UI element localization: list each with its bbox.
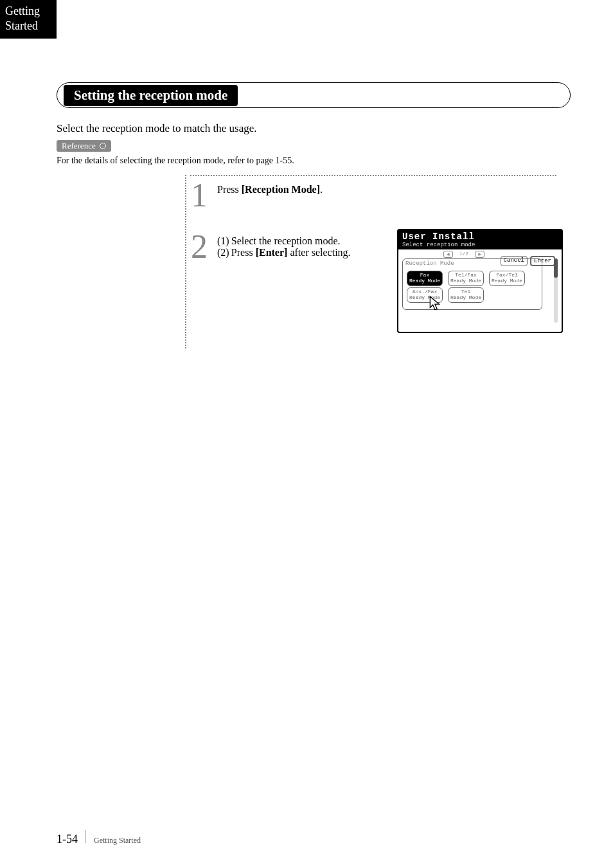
step-1: 1 Press [Reception Mode]. — [185, 179, 571, 212]
section-heading-pill: Setting the reception mode — [57, 82, 571, 108]
pager-text: 1/2 — [459, 251, 468, 258]
step-text: (1) Select the reception mode. (2) Press… — [217, 230, 351, 258]
option-fax-ready[interactable]: FaxReady Mode — [407, 271, 443, 286]
steps-area: 1 Press [Reception Mode]. 2 (1) Select t… — [185, 179, 571, 264]
device-screen: User Install Select reception mode ◄ 1/2… — [397, 229, 563, 333]
step-number: 1 — [185, 179, 213, 212]
step-2: 2 (1) Select the reception mode. (2) Pre… — [185, 230, 571, 264]
footer-chapter: Getting Started — [94, 836, 141, 845]
page-number: 1-54 — [57, 833, 78, 846]
reference-badge: Reference — [57, 140, 111, 152]
reference-badge-icon — [100, 143, 106, 149]
cursor-icon — [429, 295, 443, 312]
page-footer: 1-54 Getting Started — [57, 830, 141, 846]
option-faxtel-ready[interactable]: Fax/TelReady Mode — [489, 271, 525, 286]
screen-subtitle: Select reception mode — [402, 242, 558, 248]
footer-separator — [85, 830, 86, 843]
screen-title: User Install — [402, 231, 558, 242]
page-body: Setting the reception mode Select the re… — [57, 82, 571, 282]
chapter-tab-text: Getting Started — [5, 5, 40, 32]
chapter-tab: Getting Started — [0, 0, 57, 39]
lead-paragraph: Select the reception mode to match the u… — [57, 122, 571, 135]
step-text: Press [Reception Mode]. — [217, 179, 323, 195]
reception-mode-panel: Reception Mode FaxReady Mode Tel/FaxRead… — [402, 258, 542, 310]
panel-label: Reception Mode — [405, 260, 539, 267]
pager-prev-icon[interactable]: ◄ — [443, 251, 453, 258]
screen-body: ◄ 1/2 ► Cancel Enter Reception Mode FaxR… — [398, 249, 562, 332]
option-telfax-ready[interactable]: Tel/FaxReady Mode — [448, 271, 484, 286]
screen-titlebar: User Install Select reception mode — [398, 230, 562, 249]
reference-note: For the details of selecting the recepti… — [57, 156, 571, 166]
screen-pager: ◄ 1/2 ► — [443, 251, 484, 258]
section-heading: Setting the reception mode — [57, 82, 571, 111]
pager-next-icon[interactable]: ► — [475, 251, 484, 258]
option-tel-ready[interactable]: TelReady Mode — [448, 287, 484, 303]
step-number: 2 — [185, 230, 213, 264]
reference-badge-text: Reference — [62, 141, 96, 151]
dotted-rule-horizontal — [190, 175, 556, 176]
section-heading-text: Setting the reception mode — [64, 85, 238, 106]
screen-scrollbar[interactable] — [554, 258, 558, 323]
